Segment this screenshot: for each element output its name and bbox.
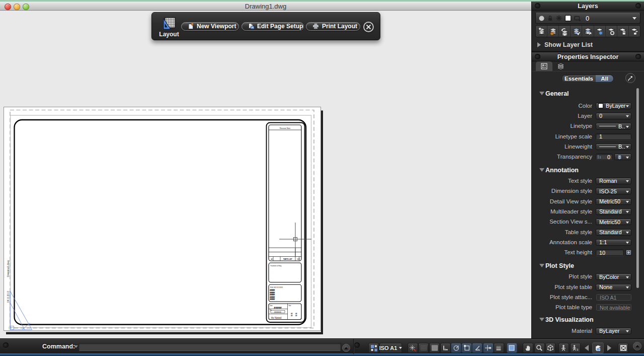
screen: Drawing1.dwg <box>0 0 644 356</box>
Text height-input[interactable]: 10 <box>596 249 624 256</box>
layer-viewport-freeze-icon <box>574 16 581 21</box>
segment-all[interactable]: All <box>596 75 613 82</box>
Table style-dropdown[interactable]: Standard <box>596 229 631 236</box>
Linetype-dropdown[interactable]: B.. <box>596 123 631 129</box>
section-General[interactable]: General <box>532 90 644 97</box>
prop-row-Layer: Layer0 <box>532 113 644 119</box>
previous-layout-button[interactable] <box>583 343 590 353</box>
layer-set-current-icon <box>572 27 581 36</box>
ortho-button[interactable] <box>440 343 451 353</box>
annotation-visibility-icon <box>560 344 567 351</box>
command-history-caret[interactable] <box>74 345 78 348</box>
layer-lock-button[interactable] <box>617 26 629 37</box>
section-3D Visualization[interactable]: 3D Visualization <box>532 316 644 323</box>
drawing-canvas[interactable]: Revision Note A3 PARTS LIST SIZE Treatme… <box>0 11 531 338</box>
Plot style-dropdown[interactable]: ByColor <box>596 273 631 280</box>
print-layout-button[interactable]: Print Layout <box>306 22 360 31</box>
tab-properties[interactable] <box>536 61 552 71</box>
show-layer-list-toggle[interactable]: Show Layer List <box>532 40 644 49</box>
command-input[interactable] <box>78 343 341 351</box>
chevron-down-icon <box>626 242 629 244</box>
current-layout-button[interactable] <box>592 342 604 353</box>
layer-select-dropdown[interactable]: 0 <box>535 13 640 24</box>
Layer-dropdown[interactable]: 0 <box>596 113 631 119</box>
grid-button[interactable] <box>429 343 440 353</box>
maximize-viewport-button[interactable] <box>618 343 628 353</box>
paper-shadow-bottom <box>6 332 323 335</box>
Section View s...-dropdown[interactable]: Metric50 <box>596 219 631 225</box>
properties-panel-titlebar[interactable]: Properties Inspector <box>532 52 644 61</box>
layers-panel-titlebar[interactable]: Layers <box>532 2 644 11</box>
Detail View style-dropdown[interactable]: Metric50 <box>596 198 631 205</box>
Material-dropdown[interactable]: ByLayer <box>596 328 631 334</box>
prop-row-Plot style: Plot styleByColor <box>532 273 644 280</box>
Plot style table-dropdown[interactable]: None <box>596 284 631 291</box>
layer-previous-icon <box>560 27 569 36</box>
chevron-down-icon <box>626 222 629 224</box>
close-toolbar-button[interactable] <box>363 22 374 32</box>
transparency-dropdown[interactable] <box>614 154 632 160</box>
grid-display-button[interactable] <box>418 343 429 353</box>
Linetype scale-input[interactable]: 1 <box>596 133 631 140</box>
section-collapse-triangle[interactable] <box>539 318 544 321</box>
prop-label: Linetype scale <box>532 133 592 140</box>
annotation-autoscale-button[interactable] <box>570 343 581 353</box>
svg-text:Size: Size <box>289 305 292 307</box>
status-expand-button[interactable] <box>633 342 641 350</box>
angle-snap-button[interactable] <box>472 343 482 353</box>
Dimension style-dropdown[interactable]: ISO-25 <box>596 188 631 194</box>
chevron-down-icon <box>399 347 402 349</box>
layout-tool-label: Layout <box>157 31 181 38</box>
command-expand-button[interactable] <box>342 344 350 352</box>
properties-scrollbar[interactable] <box>636 88 639 288</box>
section-collapse-triangle[interactable] <box>539 168 544 172</box>
Lineweight-dropdown[interactable]: B.. <box>596 144 631 150</box>
layer-set-current-button[interactable] <box>571 26 582 37</box>
layer-unlock-button[interactable] <box>629 26 640 37</box>
ortho-icon <box>442 344 449 351</box>
Annotation scale-dropdown[interactable]: 1:1 <box>596 239 631 246</box>
new-viewport-button[interactable]: New Viewport <box>181 22 239 31</box>
annotation-visibility-button[interactable] <box>558 343 569 353</box>
text-height-stepper[interactable] <box>625 249 632 256</box>
angle-snap-icon <box>474 344 481 351</box>
layer-move-to-button[interactable] <box>582 26 594 37</box>
layer-previous-button[interactable] <box>559 26 571 37</box>
snap-tracking-button[interactable] <box>483 343 494 353</box>
object-snap-button[interactable] <box>461 343 472 353</box>
pan-button[interactable] <box>523 343 533 353</box>
model-layout-switch-button[interactable] <box>368 343 379 353</box>
window-titlebar[interactable]: Drawing1.dwg <box>0 2 531 11</box>
segment-essentials[interactable]: Essentials <box>562 75 596 82</box>
tab-layers[interactable] <box>552 61 569 71</box>
Text style-dropdown[interactable]: Roman <box>596 178 631 184</box>
current-layout-icon <box>594 344 602 352</box>
transparency-input[interactable]: 0 <box>596 154 613 160</box>
polar-tracking-button[interactable] <box>451 343 461 353</box>
section-collapse-triangle[interactable] <box>539 264 544 267</box>
layout-tool[interactable]: Layout <box>157 17 181 38</box>
window-title: Drawing1.dwg <box>0 3 531 10</box>
layer-freeze-button[interactable] <box>594 26 606 37</box>
zoom-button[interactable] <box>534 343 545 353</box>
edit-page-setup-button[interactable]: Edit Page Setup <box>242 22 304 31</box>
chevron-down-icon <box>626 276 629 278</box>
Color-dropdown[interactable]: ByLayer <box>596 103 631 109</box>
paper-size-button[interactable]: ISO A1 <box>379 343 402 353</box>
prop-row-Annotation scale: Annotation scale1:1 <box>532 239 644 246</box>
section-collapse-triangle[interactable] <box>539 92 544 95</box>
orbit-button[interactable] <box>545 343 555 353</box>
lineweight-display-button[interactable] <box>494 343 504 353</box>
tabs-underline <box>532 71 644 72</box>
match-properties-button[interactable] <box>625 73 635 83</box>
viewport-button[interactable] <box>507 343 517 353</box>
next-layout-button[interactable] <box>606 343 613 353</box>
Multileader style-dropdown[interactable]: Standard <box>596 208 631 215</box>
section-Annotation[interactable]: Annotation <box>532 167 644 174</box>
layer-states-button[interactable] <box>547 26 559 37</box>
layer-new-button[interactable] <box>536 26 547 37</box>
section-Plot Style[interactable]: Plot Style <box>532 262 644 269</box>
layer-off-button[interactable] <box>606 26 617 37</box>
layer-off-icon <box>607 27 615 36</box>
snap-button[interactable] <box>408 343 418 353</box>
